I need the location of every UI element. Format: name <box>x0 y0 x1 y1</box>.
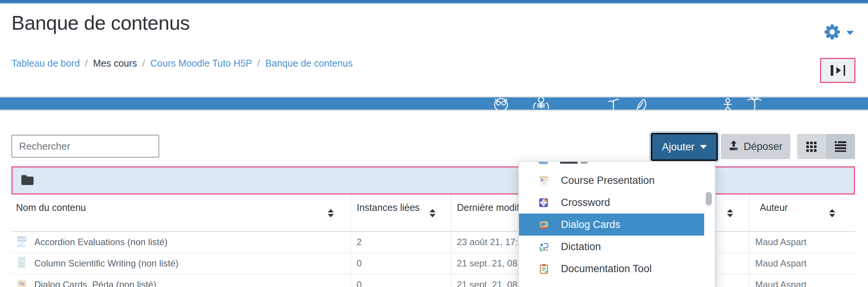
upload-icon <box>729 140 739 153</box>
list-view-button[interactable] <box>826 134 855 159</box>
content-name-link[interactable]: Dialog Cards, Péda (non listé) <box>11 274 351 287</box>
column-header-instances[interactable]: Instances liées <box>351 195 451 231</box>
content-name-link[interactable]: Accordion Evaluations (non listé) <box>11 232 351 252</box>
open-drawer-button[interactable] <box>820 58 855 83</box>
author-name: Maud Aspart <box>749 232 855 252</box>
table-row: Column Scientific Writing (non listé) 0 … <box>11 253 855 274</box>
content-name-link[interactable]: Column Scientific Writing (non listé) <box>11 253 351 274</box>
chevron-down-icon <box>846 31 854 35</box>
column-header-hidden[interactable] <box>716 195 749 231</box>
column-icon <box>16 257 27 270</box>
folder-icon <box>21 174 34 187</box>
gear-icon <box>824 24 841 42</box>
add-button-label: Ajouter <box>662 141 695 153</box>
page-title: Banque de contenus <box>11 11 190 34</box>
table-row: Dialog Cards, Péda (non listé) 0 21 sept… <box>11 274 855 287</box>
upload-button-label: Déposer <box>743 141 782 153</box>
sort-icon[interactable] <box>829 209 835 217</box>
upload-button[interactable]: Déposer <box>721 134 790 159</box>
menu-item-dialog-cards[interactable]: Dialog Cards <box>519 214 704 236</box>
add-button[interactable]: Ajouter <box>651 133 718 161</box>
table-body: Accordion Evaluations (non listé) 2 23 a… <box>11 232 855 287</box>
menu-item-dictation[interactable]: Dictation <box>519 236 704 258</box>
breadcrumb-content-bank[interactable]: Banque de contenus <box>265 58 352 69</box>
instances-count: 2 <box>351 232 451 252</box>
author-name: Maud Aspart <box>749 274 855 287</box>
breadcrumb-my-courses: Mes cours <box>93 58 137 69</box>
author-name: Maud Aspart <box>749 253 855 274</box>
course-banner <box>0 96 868 111</box>
content-table: Nom du contenu Instances liées Dernière … <box>11 195 855 287</box>
breadcrumb-separator: / <box>257 58 260 69</box>
menu-item-documentation-tool[interactable]: Documentation Tool <box>519 258 704 280</box>
view-toggle-group <box>797 134 855 159</box>
documentation-tool-icon <box>539 264 549 274</box>
accordion-icon <box>16 235 27 249</box>
dialog-cards-pale-icon <box>16 278 27 287</box>
breadcrumb-separator: / <box>143 58 145 69</box>
breadcrumb-course[interactable]: Cours Moodle Tuto H5P <box>151 58 252 69</box>
parent-folder-row[interactable] <box>11 166 855 195</box>
content-bank-page: Banque de contenus Tableau de bord / Mes… <box>0 0 868 287</box>
column-header-author[interactable]: Auteur <box>749 195 855 231</box>
banner-doodles <box>0 97 868 110</box>
list-view-icon <box>835 140 846 153</box>
settings-gear-button[interactable] <box>824 24 854 42</box>
grid-view-icon <box>806 140 817 153</box>
drawer-toggle-icon <box>831 65 833 76</box>
sort-icon[interactable] <box>727 209 733 217</box>
column-header-name[interactable]: Nom du contenu <box>11 195 351 231</box>
sort-icon[interactable] <box>429 209 436 217</box>
breadcrumb-separator: / <box>85 58 88 69</box>
table-header-row: Nom du contenu Instances liées Dernière … <box>11 195 855 232</box>
sort-icon[interactable] <box>328 209 334 217</box>
dictation-icon <box>539 242 549 252</box>
top-accent-bar <box>0 0 868 3</box>
menu-item-partial <box>519 162 715 169</box>
breadcrumb-dashboard[interactable]: Tableau de bord <box>11 58 80 69</box>
caret-down-icon <box>700 145 707 149</box>
add-content-type-menu: Course Presentation Crossword <box>518 161 716 287</box>
table-row: Accordion Evaluations (non listé) 2 23 a… <box>11 232 855 253</box>
grid-view-button[interactable] <box>797 134 826 159</box>
dialog-cards-icon <box>539 220 549 230</box>
search-input[interactable] <box>11 135 159 158</box>
menu-scrollbar-thumb[interactable] <box>706 192 712 206</box>
course-presentation-icon <box>539 175 549 186</box>
menu-item-crossword[interactable]: Crossword <box>519 191 704 214</box>
menu-item-course-presentation[interactable]: Course Presentation <box>519 169 704 191</box>
instances-count: 0 <box>351 274 451 287</box>
instances-count: 0 <box>351 253 451 274</box>
breadcrumb: Tableau de bord / Mes cours / Cours Mood… <box>11 58 353 69</box>
crossword-icon <box>539 198 549 208</box>
